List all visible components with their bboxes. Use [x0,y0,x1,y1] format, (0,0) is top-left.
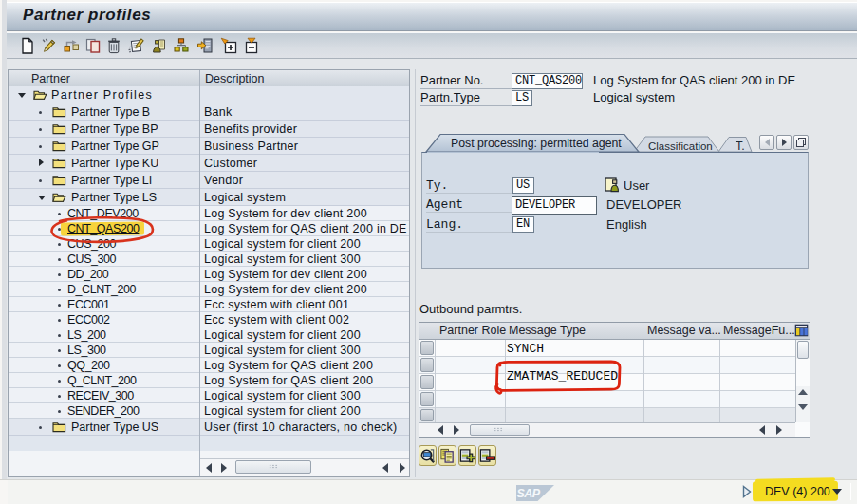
svg-text:SAP: SAP [517,487,541,500]
